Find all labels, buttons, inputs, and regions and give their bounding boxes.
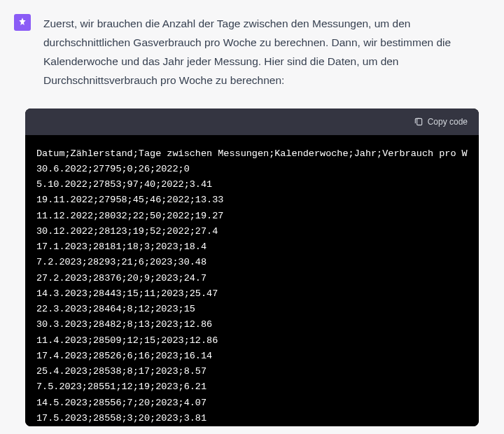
code-row: 14.3.2023;28443;15;11;2023;25.47	[36, 288, 218, 299]
code-row: 22.3.2023;28464;8;12;2023;15	[36, 304, 195, 314]
code-row: 17.5.2023;28558;3;20;2023;3.81	[36, 413, 206, 424]
svg-rect-0	[416, 118, 421, 125]
code-row: 11.12.2022;28032;22;50;2022;19.27	[36, 211, 223, 221]
assistant-message-row: Zuerst, wir brauchen die Anzahl der Tage…	[0, 0, 504, 102]
code-row: 14.5.2023;28556;7;20;2023;4.07	[36, 398, 206, 408]
code-row: 30.3.2023;28482;8;13;2023;12.86	[36, 319, 212, 330]
openai-logo-icon	[17, 17, 28, 28]
code-row: 5.10.2022;27853;97;40;2022;3.41	[36, 179, 212, 190]
code-header-line: Datum;Zählerstand;Tage zwischen Messunge…	[36, 148, 468, 159]
copy-code-button[interactable]: Copy code	[414, 117, 468, 127]
code-row: 30.12.2022;28123;19;52;2022;27.4	[36, 226, 218, 237]
assistant-avatar	[14, 14, 31, 31]
code-row: 7.2.2023;28293;21;6;2023;30.48	[36, 257, 206, 267]
code-row: 27.2.2023;28376;20;9;2023;24.7	[36, 273, 206, 284]
code-row: 19.11.2022;27958;45;46;2022;13.33	[36, 195, 223, 205]
clipboard-icon	[414, 117, 424, 127]
code-row: 11.4.2023;28509;12;15;2023;12.86	[36, 335, 218, 346]
code-block-header: Copy code	[25, 108, 479, 135]
code-row: 17.1.2023;28181;18;3;2023;18.4	[36, 241, 206, 252]
copy-code-label: Copy code	[428, 117, 468, 127]
code-row: 7.5.2023;28551;12;19;2023;6.21	[36, 382, 206, 392]
code-row: 25.4.2023;28538;8;17;2023;8.57	[36, 366, 206, 377]
code-row: 17.4.2023;28526;6;16;2023;16.14	[36, 351, 212, 361]
code-row: 30.6.2022;27795;0;26;2022;0	[36, 164, 190, 174]
assistant-message-text: Zuerst, wir brauchen die Anzahl der Tage…	[43, 14, 487, 90]
code-block: Copy code Datum;Zählerstand;Tage zwische…	[25, 108, 479, 427]
code-content[interactable]: Datum;Zählerstand;Tage zwischen Messunge…	[25, 135, 479, 427]
